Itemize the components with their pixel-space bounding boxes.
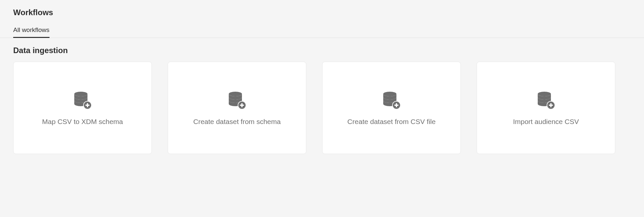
- card-label: Map CSV to XDM schema: [42, 118, 123, 126]
- card-label: Create dataset from schema: [193, 118, 281, 126]
- svg-point-15: [538, 92, 551, 96]
- card-row: Map CSV to XDM schema: [13, 62, 631, 154]
- tab-all-workflows[interactable]: All workflows: [13, 26, 50, 38]
- page-title: Workflows: [13, 8, 631, 17]
- content-area: Data ingestion: [0, 38, 644, 162]
- svg-rect-19: [549, 105, 553, 106]
- database-add-icon: [72, 90, 93, 110]
- card-create-dataset-from-schema[interactable]: Create dataset from schema: [168, 62, 306, 154]
- database-add-icon: [227, 90, 247, 110]
- section-title-data-ingestion: Data ingestion: [13, 46, 631, 55]
- tab-label: All workflows: [13, 26, 50, 33]
- card-create-dataset-from-csv-file[interactable]: Create dataset from CSV file: [322, 62, 461, 154]
- tab-bar: All workflows: [0, 26, 644, 38]
- card-label: Import audience CSV: [513, 118, 579, 126]
- workflows-page: Workflows All workflows Data ingestion: [0, 0, 644, 162]
- svg-rect-9: [240, 105, 244, 106]
- svg-point-0: [74, 92, 87, 96]
- svg-rect-14: [394, 105, 398, 106]
- database-add-icon: [536, 90, 556, 110]
- svg-point-10: [383, 92, 396, 96]
- card-map-csv-to-xdm-schema[interactable]: Map CSV to XDM schema: [13, 62, 152, 154]
- svg-rect-4: [85, 105, 89, 106]
- svg-point-5: [229, 92, 242, 96]
- page-header: Workflows All workflows: [0, 0, 644, 38]
- card-label: Create dataset from CSV file: [347, 118, 435, 126]
- card-import-audience-csv[interactable]: Import audience CSV: [477, 62, 615, 154]
- database-add-icon: [381, 90, 402, 110]
